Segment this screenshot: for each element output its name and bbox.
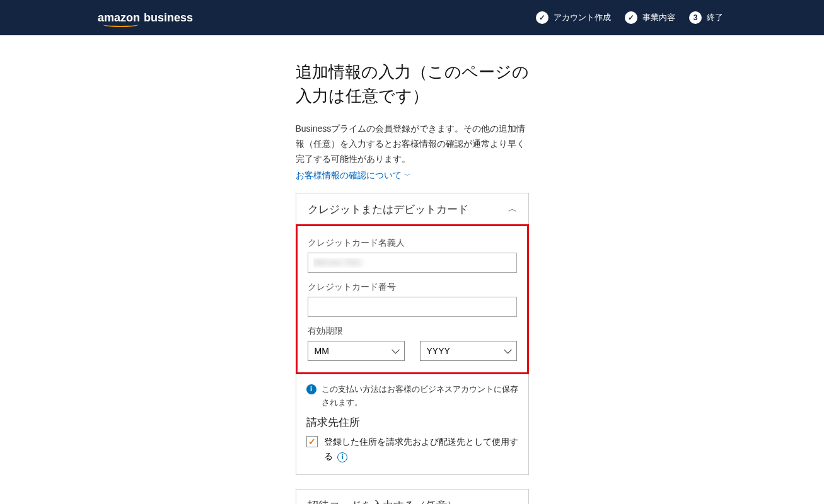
step-label: 事業内容 <box>642 12 675 23</box>
step-number: 3 <box>689 11 702 24</box>
logo-amazon: amazon <box>98 11 140 25</box>
step-account: アカウント作成 <box>536 11 611 24</box>
step-business: 事業内容 <box>625 11 675 24</box>
card-title: クレジットまたはデビットカード <box>308 202 468 217</box>
page-title: 追加情報の入力（このページの入力は任意です） <box>296 60 529 108</box>
invite-code-section[interactable]: 招待コードを入力する（任意） <box>296 489 529 504</box>
billing-heading: 請求先住所 <box>296 411 528 435</box>
year-select-wrap: YYYY <box>420 341 517 361</box>
step-finish: 3 終了 <box>689 11 723 24</box>
info-link[interactable]: お客様情報の確認について ﹀ <box>296 170 411 181</box>
step-label: アカウント作成 <box>554 12 611 23</box>
page-description: Businessプライムの会員登録ができます。その他の追加情報（任意）を入力する… <box>296 122 529 166</box>
header: amazon business アカウント作成 事業内容 3 終了 <box>0 0 824 35</box>
info-icon: i <box>306 384 316 394</box>
step-label: 終了 <box>707 12 723 23</box>
check-icon <box>625 11 637 24</box>
use-registered-address-checkbox[interactable] <box>306 436 318 447</box>
expiry-year-select[interactable]: YYYY <box>420 341 517 361</box>
logo-business: business <box>144 11 193 25</box>
expiry-label: 有効期限 <box>308 326 517 337</box>
billing-checkbox-row: 登録した住所を請求先および配送先として使用する i <box>296 435 528 474</box>
card-number-input[interactable] <box>308 297 517 317</box>
card-name-input[interactable] <box>308 253 517 273</box>
card-number-label: クレジットカード番号 <box>308 282 517 293</box>
payment-info-note: i この支払い方法はお客様のビジネスアカウントに保存されます。 <box>296 374 528 412</box>
check-icon <box>536 11 548 24</box>
card-header[interactable]: クレジットまたはデビットカード ︿ <box>296 193 528 224</box>
card-form-highlight: クレジットカード名義人 クレジットカード番号 有効期限 MM YYYY <box>296 224 529 374</box>
card-name-label: クレジットカード名義人 <box>308 238 517 249</box>
info-text: この支払い方法はお客様のビジネスアカウントに保存されます。 <box>322 383 518 410</box>
info-icon[interactable]: i <box>337 452 347 462</box>
invite-code-title: 招待コードを入力する（任意） <box>308 500 458 504</box>
expiry-month-select[interactable]: MM <box>308 341 405 361</box>
credit-card-section: クレジットまたはデビットカード ︿ クレジットカード名義人 クレジットカード番号… <box>296 193 529 475</box>
checkbox-label: 登録した住所を請求先および配送先として使用する i <box>324 435 518 463</box>
expiry-row: MM YYYY <box>308 341 517 361</box>
main-content: 追加情報の入力（このページの入力は任意です） Businessプライムの会員登録… <box>296 60 529 504</box>
month-select-wrap: MM <box>308 341 405 361</box>
chevron-down-icon: ﹀ <box>404 171 411 180</box>
progress-steps: アカウント作成 事業内容 3 終了 <box>536 11 723 24</box>
chevron-up-icon: ︿ <box>508 203 517 215</box>
info-link-text: お客様情報の確認について <box>296 170 402 181</box>
logo: amazon business <box>98 11 193 25</box>
